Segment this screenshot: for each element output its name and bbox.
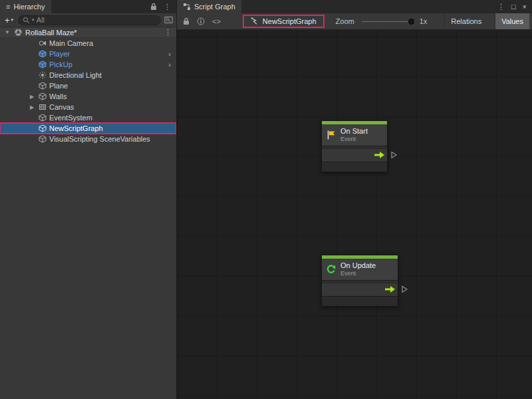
code-icon[interactable]: <> xyxy=(212,17,221,25)
flow-arrow-icon xyxy=(374,152,385,159)
values-toggle-button[interactable]: Values xyxy=(495,13,529,30)
close-icon[interactable]: × xyxy=(523,3,527,11)
lock-icon[interactable] xyxy=(150,3,157,11)
cube-icon xyxy=(39,135,47,143)
maximize-icon[interactable]: □ xyxy=(511,3,516,11)
search-filter-value: All xyxy=(37,16,45,24)
graph-name-breadcrumb[interactable]: NewScriptGraph xyxy=(243,15,325,28)
prefab-chevron-icon[interactable]: › xyxy=(168,50,171,58)
cube-icon xyxy=(39,124,47,132)
tab-script-graph[interactable]: Script Graph xyxy=(177,0,241,13)
node-title: On Update xyxy=(340,261,376,271)
zoom-slider-track[interactable] xyxy=(362,21,415,23)
node-header[interactable]: On Update Event xyxy=(322,259,398,280)
tabbar-spacer xyxy=(241,0,492,13)
hierarchy-panel: ≡ Hierarchy ⋮ + ▾ ▾ All ▼ xyxy=(0,0,176,399)
script-graph-asset-icon xyxy=(251,17,259,25)
output-port[interactable] xyxy=(402,286,408,293)
panel-kebab-icon[interactable]: ⋮ xyxy=(164,3,171,11)
expand-icon[interactable]: ▶ xyxy=(28,104,36,110)
graph-name-label: NewScriptGraph xyxy=(263,17,317,25)
item-label: Player xyxy=(49,50,70,58)
unity-scene-icon xyxy=(14,28,23,37)
node-footer xyxy=(322,296,398,306)
prefab-cube-icon xyxy=(39,61,47,68)
item-label: VisualScripting SceneVariables xyxy=(49,135,150,143)
item-label: Canvas xyxy=(49,103,74,111)
hierarchy-tabbar-icons: ⋮ xyxy=(145,0,176,13)
tab-hierarchy[interactable]: ≡ Hierarchy xyxy=(0,0,51,13)
zoom-slider-handle[interactable] xyxy=(408,19,414,25)
hierarchy-tabbar: ≡ Hierarchy ⋮ xyxy=(0,0,176,13)
node-footer xyxy=(322,162,387,172)
output-port[interactable] xyxy=(391,152,397,159)
light-icon xyxy=(39,71,47,79)
relations-toggle-button[interactable]: Relations xyxy=(444,13,487,30)
tab-script-graph-label: Script Graph xyxy=(194,3,235,11)
cube-icon xyxy=(39,82,47,90)
cube-icon xyxy=(39,114,47,122)
hierarchy-item-directional-light[interactable]: Directional Light xyxy=(0,70,176,80)
graph-canvas[interactable]: On Start Event xyxy=(177,30,532,399)
node-title: On Start xyxy=(340,127,368,136)
hierarchy-toolbar: + ▾ ▾ All xyxy=(0,13,176,27)
flag-icon xyxy=(326,130,336,140)
script-graph-panel: Script Graph ⋮ □ × <> NewScriptGraph Zoo… xyxy=(176,0,532,399)
cube-icon xyxy=(39,92,47,100)
item-label: Walls xyxy=(49,92,66,100)
graph-tab-icon xyxy=(183,3,191,11)
hierarchy-item-newscriptgraph[interactable]: NewScriptGraph xyxy=(0,123,176,134)
node-subtitle: Event xyxy=(340,271,376,277)
hierarchy-tree: ▼ RollaBall Maze* ⋮ Main Camera Player › xyxy=(0,27,176,144)
node-header[interactable]: On Start Event xyxy=(322,124,387,146)
plus-icon: + xyxy=(5,15,10,25)
collapse-icon[interactable]: ▼ xyxy=(3,29,11,35)
hierarchy-item-walls[interactable]: ▶ Walls xyxy=(0,91,176,102)
camera-icon xyxy=(39,39,47,47)
item-label: Directional Light xyxy=(49,71,102,79)
node-on-update[interactable]: On Update Event xyxy=(321,255,398,307)
node-port-row xyxy=(322,148,387,162)
hierarchy-item-plane[interactable]: Plane xyxy=(0,80,176,91)
graph-tabbar: Script Graph ⋮ □ × xyxy=(177,0,532,13)
hierarchy-item-eventsystem[interactable]: EventSystem xyxy=(0,112,176,123)
flow-arrow-icon xyxy=(384,286,396,293)
prefab-chevron-icon[interactable]: › xyxy=(168,61,171,68)
hierarchy-item-main-camera[interactable]: Main Camera xyxy=(0,38,176,49)
expand-icon[interactable]: ▶ xyxy=(28,94,36,100)
zoom-slider[interactable] xyxy=(362,18,415,25)
search-window-icon[interactable] xyxy=(164,16,173,24)
scene-row[interactable]: ▼ RollaBall Maze* ⋮ xyxy=(0,27,176,38)
window-controls: ⋮ □ × xyxy=(492,0,532,13)
item-label: EventSystem xyxy=(49,114,92,122)
create-object-button[interactable]: + ▾ xyxy=(3,15,15,25)
item-label: Plane xyxy=(49,82,68,90)
hierarchy-item-visualscripting-scenevariables[interactable]: VisualScripting SceneVariables xyxy=(0,134,176,144)
tab-hierarchy-label: Hierarchy xyxy=(13,3,45,11)
zoom-label: Zoom xyxy=(336,17,354,25)
node-subtitle: Event xyxy=(340,136,368,143)
lock-icon[interactable] xyxy=(183,17,190,25)
window-kebab-icon[interactable]: ⋮ xyxy=(497,3,505,11)
scene-kebab-icon[interactable]: ⋮ xyxy=(164,28,172,37)
prefab-cube-icon xyxy=(39,50,47,58)
info-icon[interactable] xyxy=(197,17,205,25)
node-on-start[interactable]: On Start Event xyxy=(321,120,388,172)
hierarchy-item-player[interactable]: Player › xyxy=(0,49,176,59)
canvas-icon xyxy=(39,103,47,111)
hierarchy-item-pickup[interactable]: PickUp › xyxy=(0,59,176,70)
item-label: NewScriptGraph xyxy=(49,124,103,132)
item-label: Main Camera xyxy=(49,39,93,47)
search-icon xyxy=(23,17,30,24)
hierarchy-search-input[interactable]: ▾ All xyxy=(18,15,161,25)
item-label: PickUp xyxy=(49,61,72,68)
loop-icon xyxy=(326,264,336,275)
caret-down-icon: ▾ xyxy=(11,17,14,23)
hierarchy-item-canvas[interactable]: ▶ Canvas xyxy=(0,102,176,112)
node-port-row xyxy=(322,283,398,296)
tabbar-spacer xyxy=(51,0,146,13)
search-caret-icon: ▾ xyxy=(32,17,35,23)
graph-toolbar: <> NewScriptGraph Zoom 1x Relations Valu… xyxy=(177,13,532,30)
zoom-value: 1x xyxy=(420,17,428,25)
panel-menu-icon: ≡ xyxy=(6,3,10,11)
